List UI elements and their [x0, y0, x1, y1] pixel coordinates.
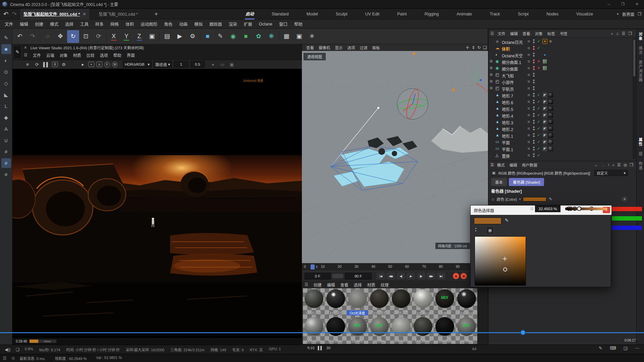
- region-render-icon[interactable]: R: [52, 62, 58, 67]
- material-tile[interactable]: MIX OctMix: [434, 288, 455, 316]
- menu-item[interactable]: 选项: [345, 44, 358, 51]
- menu-item[interactable]: 文件: [30, 51, 44, 59]
- enabled-state-icon[interactable]: ✓: [537, 39, 540, 44]
- fields-menu-button[interactable]: ✿: [253, 30, 265, 43]
- visibility-dots[interactable]: [533, 86, 535, 90]
- points-mode-button[interactable]: ⊙: [1, 67, 11, 77]
- menu-item[interactable]: Octane: [256, 20, 276, 28]
- next-key-button[interactable]: ◆▶: [427, 273, 435, 280]
- menu-item[interactable]: 材质: [70, 51, 84, 59]
- material-picker-icon[interactable]: M: [112, 62, 118, 67]
- global-progress-line[interactable]: [0, 332, 644, 333]
- menu-item[interactable]: 界面: [124, 51, 138, 59]
- camera-lock-icon[interactable]: ▣: [228, 61, 235, 68]
- chat-bubble-icon[interactable]: ❑: [16, 347, 19, 352]
- color-swatch[interactable]: [523, 197, 546, 201]
- visibility-dots[interactable]: [533, 73, 535, 77]
- layer-square[interactable]: [527, 40, 530, 43]
- expand-toggle-icon[interactable]: ⊞: [490, 73, 492, 76]
- layer-square[interactable]: [527, 107, 530, 110]
- menu-item[interactable]: 网格: [107, 19, 122, 29]
- menu-item[interactable]: 工具: [77, 19, 92, 29]
- layer-square[interactable]: [527, 73, 530, 76]
- layer-square[interactable]: [527, 154, 530, 157]
- pause-render-icon[interactable]: ▌▌: [43, 61, 50, 68]
- end-frame-field[interactable]: 90 F: [345, 273, 372, 280]
- enabled-state-icon[interactable]: ✓: [537, 139, 540, 144]
- tag-icon[interactable]: ◤: [542, 93, 547, 98]
- visibility-dots[interactable]: [533, 133, 535, 137]
- layer-square[interactable]: [527, 100, 530, 103]
- enabled-state-icon[interactable]: ✕: [537, 59, 540, 64]
- colorspace-dropdown[interactable]: HDR/sRGB▾: [123, 61, 152, 68]
- add-layout-icon[interactable]: +: [616, 12, 619, 16]
- layer-square[interactable]: [527, 87, 530, 90]
- tag-icon[interactable]: ◤: [542, 146, 547, 151]
- layout-tab[interactable]: Script: [517, 10, 529, 18]
- menu-item[interactable]: 面板: [370, 44, 382, 51]
- menu-item[interactable]: 编辑: [507, 162, 520, 168]
- close-panel-icon[interactable]: ✕: [24, 45, 27, 50]
- close-tab-icon[interactable]: ✕: [83, 12, 86, 16]
- texture-thumbnail[interactable]: [548, 93, 553, 98]
- material-tile[interactable]: OctDiffuse: [412, 316, 434, 344]
- material-tile[interactable]: OctDiffusi: [325, 316, 346, 344]
- saturation-value-field[interactable]: +: [475, 236, 526, 286]
- menu-item[interactable]: 对象: [533, 30, 545, 37]
- x-axis-lock[interactable]: X: [108, 30, 120, 43]
- object-row[interactable]: ⊞ ▲ 地形.3 ✓ ◤: [488, 119, 633, 125]
- menu-item[interactable]: 纹理: [378, 281, 391, 289]
- visibility-dots[interactable]: [533, 59, 535, 63]
- layout-panel-icon[interactable]: ❐: [638, 12, 641, 16]
- menu-item[interactable]: 帮助: [291, 19, 306, 29]
- layout-tab[interactable]: Standard: [271, 10, 289, 18]
- material-tile[interactable]: MIX OctMix: [368, 316, 390, 344]
- filter-icon[interactable]: ☰: [622, 31, 625, 36]
- panel-side-tab[interactable]: 属性: [638, 135, 643, 149]
- layer-square[interactable]: [527, 140, 530, 143]
- keyframe-diamond-icon[interactable]: ◇: [492, 197, 494, 201]
- home-icon[interactable]: ⌂: [616, 31, 619, 36]
- playhead[interactable]: [311, 264, 315, 269]
- object-row[interactable]: ⊞ ◉ 细分曲面 ✕: [488, 65, 633, 72]
- tag-icon[interactable]: ◤: [542, 139, 547, 144]
- render-settings-icon[interactable]: ⚙: [60, 61, 67, 68]
- material-ball-icon[interactable]: ●: [79, 61, 86, 68]
- play-button[interactable]: ▶: [407, 273, 415, 280]
- object-row[interactable]: ⊞ ◰ 小部件: [488, 78, 633, 85]
- expand-icon[interactable]: ◲: [624, 346, 628, 351]
- material-tile[interactable]: Oct光泽度: [303, 288, 325, 316]
- menu-item[interactable]: 模拟: [191, 19, 206, 29]
- menu-item[interactable]: 摄像机: [316, 44, 333, 51]
- menu-item[interactable]: 帮助: [111, 51, 124, 59]
- menu-item[interactable]: 模式: [495, 162, 507, 168]
- menu-item[interactable]: 过滤: [358, 44, 370, 51]
- next-frame-button[interactable]: |▶: [417, 273, 425, 280]
- move-tool-icon[interactable]: ✥: [54, 30, 66, 43]
- coordinate-system-icon[interactable]: ▣: [146, 30, 158, 43]
- toolbar-icon[interactable]: [105, 30, 107, 43]
- row-options-button[interactable]: ▾: [622, 196, 627, 202]
- undo-icon[interactable]: ↶: [3, 10, 8, 18]
- menu-item[interactable]: 文件: [1, 19, 16, 29]
- edges-mode-button[interactable]: ◇: [1, 78, 11, 88]
- layout-tab[interactable]: Paint: [396, 10, 408, 18]
- display-settings-button[interactable]: ✳: [306, 30, 318, 43]
- last-tool-icon[interactable]: ⟳: [93, 30, 105, 43]
- tag-icon[interactable]: ◤: [542, 126, 547, 131]
- layout-tab[interactable]: Rigging: [424, 10, 439, 18]
- tag-icon[interactable]: ◤: [542, 133, 547, 138]
- menu-item[interactable]: 比较: [84, 51, 97, 59]
- add-region-icon[interactable]: +: [88, 62, 94, 67]
- array-grid-button[interactable]: ▦: [280, 30, 292, 43]
- model-mode-button[interactable]: ■: [1, 44, 11, 54]
- enabled-state-icon[interactable]: ✓: [537, 119, 540, 124]
- texture-thumbnail[interactable]: [548, 119, 553, 124]
- texture-mode-button[interactable]: ◐: [1, 56, 11, 65]
- menu-item[interactable]: 书签: [557, 30, 570, 37]
- pencil-icon[interactable]: ✎: [599, 346, 602, 351]
- enabled-state-icon[interactable]: ✓: [537, 93, 540, 97]
- material-tile[interactable]: Oct光泽度: [368, 288, 390, 316]
- auto-workplane-button[interactable]: #: [1, 170, 11, 179]
- layout-tab[interactable]: Visualize: [576, 10, 594, 18]
